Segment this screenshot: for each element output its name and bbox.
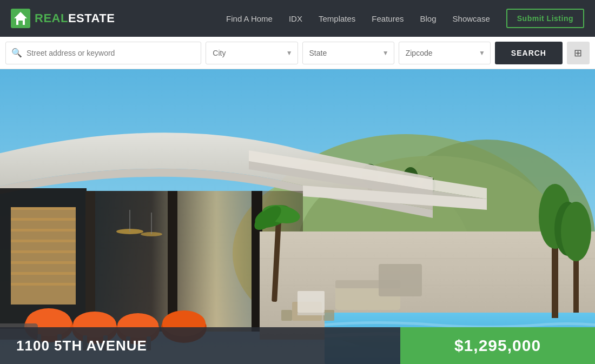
grid-view-button[interactable]: ⊞ <box>567 42 590 64</box>
city-select[interactable]: City New York Los Angeles Chicago <box>206 42 298 64</box>
nav-showcase[interactable]: Showcase <box>453 14 490 23</box>
grid-icon: ⊞ <box>574 47 582 59</box>
svg-rect-17 <box>11 207 76 305</box>
hero-section: 1100 5TH AVENUE $1,295,000 <box>0 69 595 364</box>
nav-blog[interactable]: Blog <box>420 14 437 23</box>
svg-rect-28 <box>168 191 177 332</box>
svg-rect-25 <box>11 283 76 286</box>
zipcode-dropdown-wrap: Zipcode 10001 90001 60601 ▼ <box>399 42 491 64</box>
svg-rect-24 <box>11 272 76 275</box>
svg-rect-22 <box>11 250 76 253</box>
svg-rect-18 <box>11 207 76 210</box>
hero-price-bar: $1,295,000 <box>400 327 595 364</box>
svg-rect-20 <box>11 229 76 231</box>
hero-overlay: 1100 5TH AVENUE $1,295,000 <box>0 327 595 364</box>
logo-text: REALESTATE <box>35 11 115 25</box>
hero-address-bar: 1100 5TH AVENUE <box>0 327 400 364</box>
city-dropdown-wrap: City New York Los Angeles Chicago ▼ <box>206 42 298 64</box>
zipcode-select[interactable]: Zipcode 10001 90001 60601 <box>399 42 491 64</box>
svg-rect-56 <box>323 310 334 321</box>
search-icon: 🔍 <box>11 48 22 58</box>
header: REALESTATE Find A Home IDX Templates Fea… <box>0 0 595 37</box>
main-nav: Find A Home IDX Templates Features Blog … <box>226 9 584 28</box>
logo-icon <box>11 9 30 28</box>
svg-rect-55 <box>281 310 292 321</box>
search-input-wrap: 🔍 <box>5 42 201 64</box>
nav-features[interactable]: Features <box>372 14 404 23</box>
submit-listing-button[interactable]: Submit Listing <box>506 9 584 28</box>
svg-rect-70 <box>298 313 325 315</box>
svg-rect-69 <box>298 291 325 313</box>
search-button[interactable]: SEARCH <box>495 42 563 64</box>
svg-rect-59 <box>379 264 422 296</box>
svg-rect-19 <box>11 218 76 221</box>
hero-address-text: 1100 5TH AVENUE <box>16 337 147 354</box>
svg-rect-23 <box>11 261 76 264</box>
nav-templates[interactable]: Templates <box>319 14 355 23</box>
svg-rect-2 <box>18 21 23 25</box>
nav-find-a-home[interactable]: Find A Home <box>226 14 273 23</box>
search-input[interactable] <box>27 49 195 57</box>
svg-point-68 <box>561 202 591 261</box>
state-select[interactable]: State CA NY TX <box>302 42 394 64</box>
nav-idx[interactable]: IDX <box>289 14 302 23</box>
hero-price-text: $1,295,000 <box>454 336 541 355</box>
logo-area: REALESTATE <box>11 9 115 28</box>
svg-rect-27 <box>85 191 95 332</box>
search-bar: 🔍 City New York Los Angeles Chicago ▼ St… <box>0 37 595 69</box>
hero-image <box>0 69 595 364</box>
svg-rect-21 <box>11 240 76 242</box>
state-dropdown-wrap: State CA NY TX ▼ <box>302 42 394 64</box>
